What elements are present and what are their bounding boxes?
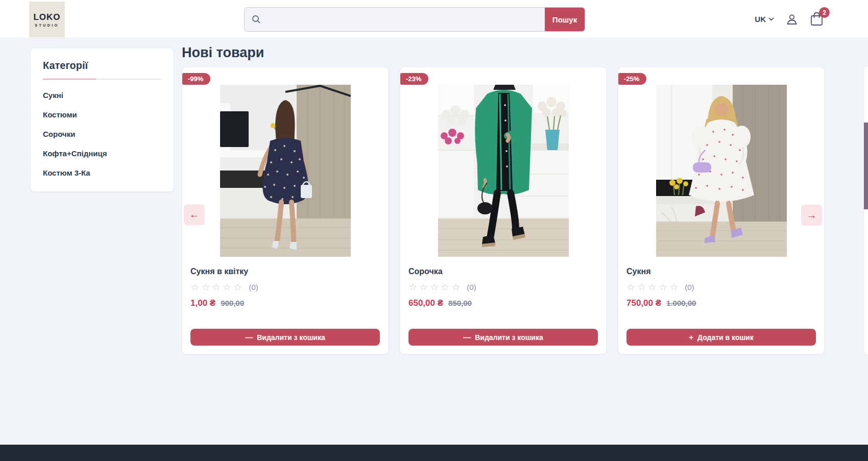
product-rating: ☆☆☆☆☆ (0) [626, 282, 816, 292]
price-old: 850,00 [448, 299, 472, 307]
categories-panel: Категорії Сукні Костюми Сорочки Кофта+Сп… [31, 48, 174, 191]
product-info: Сукня ☆☆☆☆☆ (0) 750,00 ₴ 1.000,00 [618, 257, 824, 308]
product-name[interactable]: Сукня в квітку [190, 267, 380, 276]
page-title: Нові товари [182, 45, 264, 61]
categories-list: Сукні Костюми Сорочки Кофта+Спідниця Кос… [43, 91, 161, 177]
sidebar-item-sukni[interactable]: Сукні [43, 91, 161, 100]
search-input[interactable] [268, 8, 545, 31]
user-icon [785, 13, 799, 26]
remove-from-cart-button[interactable]: — Видалити з кошика [190, 329, 380, 346]
footer [0, 445, 868, 461]
cart-button-label: Видалити з кошика [475, 333, 543, 342]
cart-button[interactable]: 2 [810, 12, 824, 27]
search-bar: Пошук [244, 7, 585, 32]
arrow-left-icon: ← [189, 209, 200, 221]
discount-badge: -23% [400, 73, 428, 85]
logo-text-primary: LOKO [33, 12, 60, 22]
discount-badge: -25% [618, 73, 646, 85]
minus-icon: — [245, 333, 253, 341]
logo[interactable]: LOKO STUDIO [29, 2, 65, 37]
language-label: UK [755, 15, 766, 23]
price-old: 1.000,00 [666, 299, 696, 307]
add-to-cart-button[interactable]: + Додати в кошик [626, 329, 816, 346]
header-actions: UK 2 [755, 0, 824, 38]
product-rating: ☆☆☆☆☆ (0) [190, 282, 380, 292]
sidebar-item-kofta-spidnytsia[interactable]: Кофта+Спідниця [43, 149, 161, 158]
arrow-right-icon: → [807, 209, 817, 221]
rating-count: (0) [249, 283, 258, 292]
categories-divider [43, 79, 161, 80]
header: LOKO STUDIO Пошук UK [0, 0, 868, 38]
product-photo[interactable] [220, 85, 351, 257]
language-selector[interactable]: UK [755, 15, 774, 23]
product-name[interactable]: Сукня [626, 267, 816, 276]
product-photo[interactable] [438, 85, 569, 257]
rating-count: (0) [467, 283, 476, 292]
rating-count: (0) [685, 283, 694, 292]
cart-count-badge: 2 [819, 7, 830, 18]
star-rating-icons: ☆☆☆☆☆ [626, 282, 680, 292]
cart-button-label: Видалити з кошика [257, 333, 325, 342]
categories-title: Категорії [43, 60, 161, 71]
star-rating-icons: ☆☆☆☆☆ [408, 282, 462, 292]
price-current: 1,00 ₴ [190, 298, 215, 308]
sidebar-item-kostium-3ka[interactable]: Костюм 3-Ка [43, 168, 161, 177]
next-card-peek [864, 67, 868, 354]
product-card[interactable]: -99% [182, 67, 389, 354]
search-button[interactable]: Пошук [545, 8, 585, 31]
price-old: 900,00 [221, 299, 244, 307]
star-rating-icons: ☆☆☆☆☆ [190, 282, 244, 292]
account-button[interactable] [785, 13, 799, 26]
minus-icon: — [463, 333, 471, 341]
page: LOKO STUDIO Пошук UK [0, 0, 868, 461]
logo-text-secondary: STUDIO [35, 23, 59, 27]
sidebar-item-sorochky[interactable]: Сорочки [43, 130, 161, 138]
product-photo[interactable] [656, 85, 787, 257]
search-icon [245, 8, 268, 31]
product-price-row: 1,00 ₴ 900,00 [190, 298, 380, 308]
product-carousel: -99% [182, 67, 825, 354]
price-current: 750,00 ₴ [626, 298, 661, 308]
product-name[interactable]: Сорочка [408, 267, 598, 276]
product-card[interactable]: -23% [400, 67, 607, 354]
product-price-row: 650,00 ₴ 850,00 [408, 298, 598, 308]
next-card-photo-sliver [864, 123, 868, 209]
product-card[interactable]: -25% [618, 67, 825, 354]
carousel-prev-button[interactable]: ← [184, 204, 205, 225]
remove-from-cart-button[interactable]: — Видалити з кошика [408, 329, 598, 346]
product-price-row: 750,00 ₴ 1.000,00 [626, 298, 816, 308]
price-current: 650,00 ₴ [408, 298, 443, 308]
product-info: Сукня в квітку ☆☆☆☆☆ (0) 1,00 ₴ 900,00 [182, 257, 388, 308]
product-info: Сорочка ☆☆☆☆☆ (0) 650,00 ₴ 850,00 [400, 257, 606, 308]
plus-icon: + [689, 333, 693, 341]
discount-badge: -99% [182, 73, 210, 85]
carousel-next-button[interactable]: → [801, 205, 822, 226]
cart-button-label: Додати в кошик [697, 333, 754, 342]
product-rating: ☆☆☆☆☆ (0) [408, 282, 598, 292]
chevron-down-icon [768, 17, 774, 21]
sidebar-item-kostiumy[interactable]: Костюми [43, 110, 161, 119]
